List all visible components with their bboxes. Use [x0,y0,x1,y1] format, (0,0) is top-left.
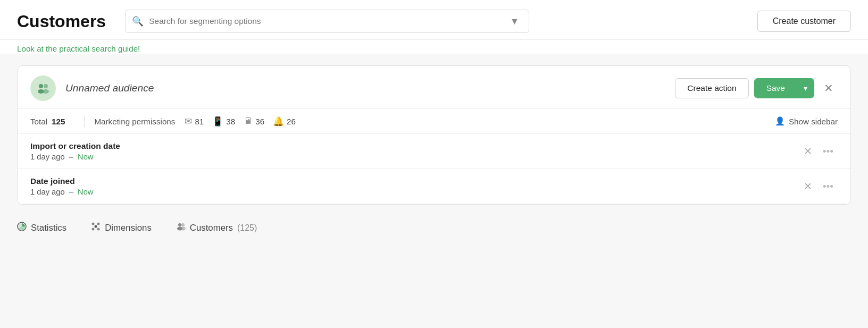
push-stat: 🖥 36 [244,116,264,127]
svg-point-3 [43,89,49,94]
svg-point-6 [97,223,100,225]
svg-point-10 [178,223,181,226]
filter-subtitle-1: 1 day ago – Now [30,188,799,196]
stats-divider [84,115,85,127]
tab-customers[interactable]: Customers (125) [176,216,267,240]
close-button[interactable]: ✕ [820,80,838,97]
guide-link-row: Look at the practical search guide! [0,40,868,54]
search-icon: 🔍 [132,16,144,27]
search-bar: 🔍 ▼ [125,10,529,33]
svg-point-5 [92,223,95,225]
email-stat: ✉ 81 [185,116,204,127]
close-icon: ✕ [824,82,833,95]
sms-icon: 📱 [212,116,223,127]
top-header: Customers 🔍 ▼ Create customer [0,0,868,40]
sms-count: 38 [226,117,235,126]
filter-dash-0: – [69,153,76,161]
svg-point-9 [95,225,97,228]
statistics-icon [17,222,27,234]
tab-dimensions[interactable]: Dimensions [91,216,161,240]
audience-actions: Create action Save ▾ ✕ [675,78,838,98]
audience-name: Unnamed audience [65,82,665,94]
filter-close-button-0[interactable]: ✕ [799,144,816,158]
email-count: 81 [195,117,204,126]
filter-more-button-1[interactable]: ••• [819,180,838,194]
create-customer-button[interactable]: Create customer [757,11,851,32]
notification-count: 26 [287,117,296,126]
sms-stat: 📱 38 [212,116,235,127]
filter-title-0: Import or creation date [30,141,799,151]
filter-range-end-1[interactable]: Now [78,188,93,196]
filter-range-end-0[interactable]: Now [78,153,93,161]
filter-row-1: Date joined 1 day ago – Now ✕ ••• [18,169,850,204]
tab-statistics[interactable]: Statistics [17,216,76,240]
push-icon: 🖥 [244,116,253,127]
push-count: 36 [255,117,264,126]
create-action-button[interactable]: Create action [675,78,748,98]
save-button[interactable]: Save [755,79,797,98]
bottom-tabs: Statistics Dimensions Customers (125) [0,205,868,240]
guide-link[interactable]: Look at the practical search guide! [17,44,140,53]
svg-point-11 [181,223,185,226]
save-dropdown-button[interactable]: ▾ [797,79,814,98]
svg-point-13 [180,227,186,231]
filter-button[interactable]: ▼ [507,14,522,29]
filter-content-1: Date joined 1 day ago – Now [30,176,799,196]
filter-subtitle-0: 1 day ago – Now [30,153,799,161]
marketing-permissions-label: Marketing permissions [94,117,175,126]
avatar [30,75,56,101]
notification-stat: 🔔 26 [273,116,296,127]
audience-header: Unnamed audience Create action Save ▾ ✕ [18,66,850,109]
show-sidebar-button[interactable]: 👤 Show sidebar [775,116,838,126]
tab-customers-count: (125) [237,223,257,233]
save-button-group: Save ▾ [754,78,814,98]
svg-point-0 [39,84,43,88]
filter-range-start-0: 1 day ago [30,153,65,161]
filter-range-start-1: 1 day ago [30,188,65,196]
show-sidebar-label: Show sidebar [789,117,838,126]
sidebar-icon: 👤 [775,116,785,126]
filter-close-button-1[interactable]: ✕ [799,179,816,194]
customers-icon [176,222,186,234]
tab-customers-label: Customers [190,223,233,233]
filter-title-1: Date joined [30,176,799,186]
total-value: 125 [52,117,65,126]
filter-row-0: Import or creation date 1 day ago – Now … [18,134,850,169]
filter-dash-1: – [69,188,76,196]
svg-point-7 [92,228,95,231]
stats-row: Total 125 Marketing permissions ✉ 81 📱 3… [18,109,850,134]
svg-point-1 [44,84,48,88]
audience-icon [36,81,51,96]
filter-more-button-0[interactable]: ••• [819,145,838,158]
total-label: Total [30,117,47,126]
svg-point-8 [97,228,100,231]
notification-icon: 🔔 [273,116,284,127]
search-input[interactable] [149,16,502,26]
tab-statistics-label: Statistics [31,223,66,233]
dimensions-icon [91,222,101,234]
tab-dimensions-label: Dimensions [105,223,152,233]
page-title: Customers [17,12,106,31]
filter-content-0: Import or creation date 1 day ago – Now [30,141,799,161]
audience-card: Unnamed audience Create action Save ▾ ✕ … [17,65,851,205]
email-icon: ✉ [185,116,192,127]
